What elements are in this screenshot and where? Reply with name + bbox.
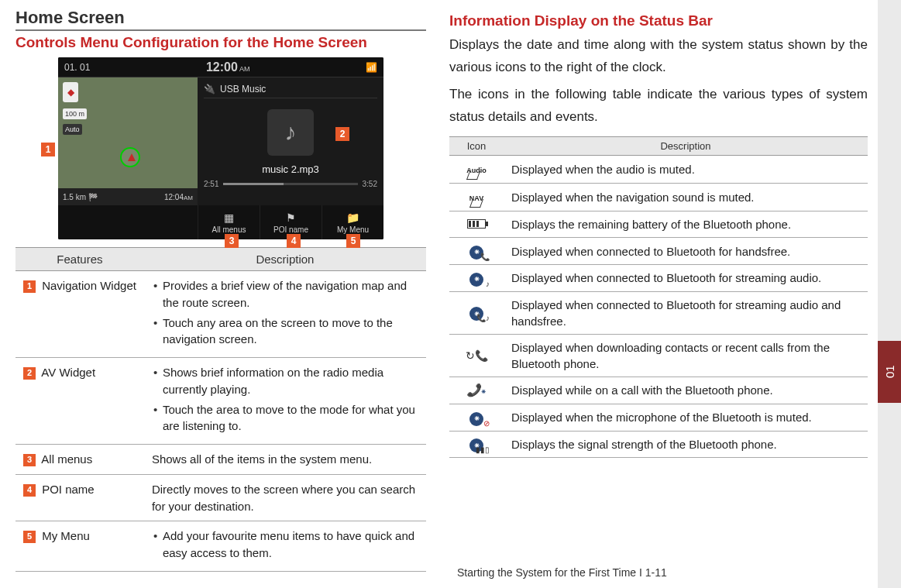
icon-desc: Displays the remaining battery of the Bl…	[504, 211, 868, 238]
av-elapsed: 2:51	[204, 180, 218, 188]
row-name: All menus	[41, 452, 92, 466]
callout-2: 2	[335, 127, 349, 141]
row-bullet: Shows brief information on the radio med…	[152, 364, 418, 398]
av-widget: 🔌 USB Music ♪ music 2.mp3 2:51 3:52	[198, 77, 383, 205]
icon-desc: Displayed when connected to Bluetooth fo…	[504, 264, 868, 291]
nav-bottom-bar: 1.5 km 🏁 12:04AM	[58, 188, 198, 205]
callout-4: 4	[287, 234, 301, 248]
table-row: Displays the remaining battery of the Bl…	[449, 211, 868, 238]
icon-desc: Displayed when the microphone of the Blu…	[504, 404, 868, 431]
status-ampm: AM	[239, 65, 250, 73]
bt-signal-icon: ⁕▮▮▯	[469, 438, 483, 452]
table-row: ⁕♪ Displayed when connected to Bluetooth…	[449, 264, 868, 291]
status-date: 01. 01	[64, 62, 90, 73]
table-row: 📞⁕ Displayed while on a call with the Bl…	[449, 377, 868, 404]
bt-call-icon: 📞	[466, 382, 482, 399]
bt-mic-mute-icon: ⁕⊘	[469, 412, 483, 426]
status-time: 12:00	[206, 60, 238, 74]
description-head: Description	[144, 248, 426, 271]
icon-desc: Displays the signal strength of the Blue…	[504, 431, 868, 458]
table-row: 1 Navigation Widget Provides a brief vie…	[15, 271, 426, 358]
icon-desc: Displayed when the navigation sound is m…	[504, 183, 868, 211]
table-row: 5 My Menu Add your favourite menu items …	[15, 521, 426, 572]
icon-head: Icon	[449, 136, 504, 155]
row-name: Navigation Widget	[42, 279, 136, 292]
callout-5: 5	[346, 234, 360, 248]
menu3-label: My Menu	[337, 225, 369, 234]
row-name: AV Widget	[41, 366, 95, 379]
menu1-label: All menus	[212, 225, 246, 234]
compass-icon: ◆	[63, 82, 78, 102]
callout-1: 1	[41, 143, 55, 156]
table-row: ⁕⊘ Displayed when the microphone of the …	[449, 404, 868, 431]
icon-desc: Displayed when connected to Bluetooth fo…	[504, 238, 868, 265]
nav-dist: 1.5 km	[63, 193, 86, 201]
music-note-icon: ♪	[267, 109, 314, 156]
page-body: Home Screen Controls Menu Configuration …	[0, 0, 901, 558]
icon-desc: Displayed when the audio is muted.	[504, 155, 868, 183]
grid-icon: ▦	[224, 211, 234, 224]
nav-widget: ◆ 100 m Auto 1.5 km 🏁 12:04AM	[58, 77, 198, 205]
left-column: Home Screen Controls Menu Configuration …	[15, 8, 426, 558]
row-num: 2	[23, 367, 36, 380]
page-footer: Starting the System for the First Time I…	[457, 566, 667, 579]
icon-table: Icon Description Audio Displayed when th…	[449, 136, 868, 459]
table-row: Audio Displayed when the audio is muted.	[449, 155, 868, 183]
bt-both-icon: ⁕📞♪	[469, 307, 483, 321]
table-row: ↻📞 Displayed when downloading contacts o…	[449, 334, 868, 377]
av-track: music 2.mp3	[204, 163, 377, 175]
features-table: Features Description 1 Navigation Widget…	[15, 247, 426, 572]
row-bullet: Add your favourite menu items to have qu…	[152, 528, 418, 562]
table-row: ⁕📞♪ Displayed when connected to Bluetoot…	[449, 291, 868, 334]
row-name: POI name	[42, 483, 95, 496]
menu2-label: POI name	[273, 225, 308, 234]
section-title: Home Screen	[15, 8, 426, 31]
nav-mute-icon: NAV	[465, 191, 488, 206]
row-text: Directly moves to the screen where you c…	[144, 474, 426, 521]
table-row: 3 All menus Shows all of the items in th…	[15, 445, 426, 475]
row-num: 4	[23, 484, 36, 497]
right-title: Information Display on the Status Bar	[449, 12, 868, 29]
bt-audio-icon: ⁕♪	[469, 273, 483, 287]
nav-time: 12:04	[164, 193, 184, 201]
wifi-icon: 📶	[366, 62, 377, 73]
right-column: Information Display on the Status Bar Di…	[449, 8, 868, 558]
right-para2: The icons in the following table indicat…	[449, 84, 868, 129]
features-head: Features	[15, 248, 144, 271]
bt-handsfree-icon: ⁕📞	[469, 246, 483, 260]
table-row: ⁕📞 Displayed when connected to Bluetooth…	[449, 238, 868, 265]
home-screenshot: 01. 01 12:00 AM 📶 ◆ 100 m Auto 1.5 km	[58, 57, 383, 239]
row-num: 5	[23, 531, 36, 543]
nav-scale: 100 m	[63, 108, 87, 119]
battery-icon	[467, 219, 486, 229]
bt-download-icon: ↻📞	[466, 349, 488, 362]
icon-desc: Displayed when connected to Bluetooth fo…	[504, 291, 868, 334]
nav-position-icon	[120, 147, 140, 167]
screenshot-status-bar: 01. 01 12:00 AM 📶	[58, 57, 383, 77]
row-name: My Menu	[42, 529, 90, 542]
progress-bar	[223, 183, 357, 185]
row-bullet: Touch any area on the screen to move to …	[152, 315, 418, 349]
flag-icon: ⚑	[286, 211, 296, 224]
table-row: 4 POI name Directly moves to the screen …	[15, 474, 426, 521]
row-num: 3	[23, 454, 36, 466]
av-source: USB Music	[220, 84, 266, 95]
icon-desc: Displayed while on a call with the Bluet…	[504, 377, 868, 404]
av-total: 3:52	[363, 180, 377, 188]
usb-icon: 🔌	[204, 84, 215, 95]
row-text: Shows all of the items in the system men…	[144, 445, 426, 475]
row-bullet: Touch the area to move to the mode for w…	[152, 401, 418, 435]
folder-icon: 📁	[346, 211, 359, 224]
table-row: 2 AV Widget Shows brief information on t…	[15, 358, 426, 445]
screenshot-wrapper: 01. 01 12:00 AM 📶 ◆ 100 m Auto 1.5 km	[58, 57, 383, 239]
icon-desc: Displayed when downloading contacts or r…	[504, 334, 868, 377]
right-para1: Displays the date and time along with th…	[449, 34, 868, 79]
subtitle: Controls Menu Configuration for the Home…	[15, 34, 426, 51]
audio-mute-icon: Audio	[465, 163, 488, 178]
nav-time-ampm: AM	[184, 194, 193, 201]
callout-3: 3	[225, 234, 239, 248]
nav-auto: Auto	[63, 124, 82, 135]
screenshot-bottom-menu: ▦ All menus ⚑ POI name 📁 My Menu	[58, 205, 383, 239]
row-num: 1	[23, 280, 36, 293]
table-row: ⁕▮▮▯ Displays the signal strength of the…	[449, 431, 868, 458]
